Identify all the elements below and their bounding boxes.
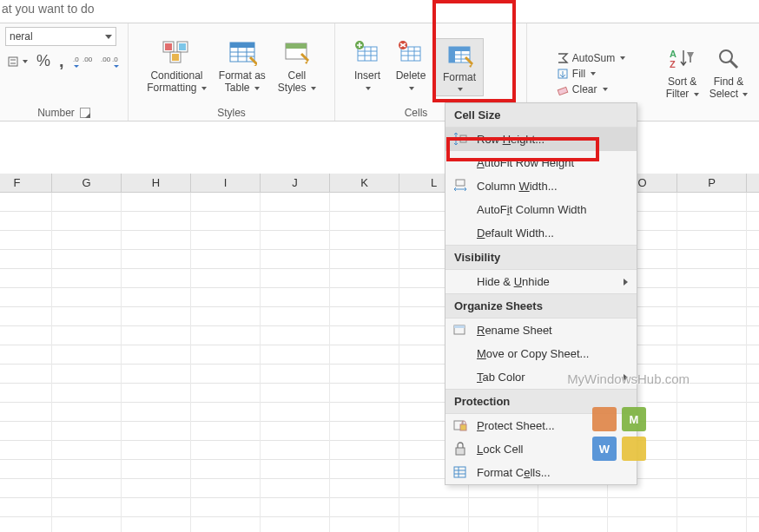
editing-stack: AutoSum Fill Clear [557, 50, 625, 95]
format-as-table-button[interactable]: Format asTable [215, 38, 269, 95]
format-as-table-label: Format asTable [219, 69, 266, 94]
grid-row[interactable] [0, 231, 759, 250]
menu-format-cells[interactable]: Format Cells... [446, 461, 637, 484]
menu-label: Rename Sheet [477, 324, 552, 337]
grid-row[interactable] [0, 460, 759, 479]
chevron-down-icon [458, 88, 463, 91]
format-button[interactable]: Format [435, 38, 484, 96]
grid-row[interactable] [0, 517, 759, 532]
percent-button[interactable]: % [36, 52, 50, 70]
menu-label: Lock Cell [477, 443, 523, 456]
format-as-table-icon [227, 40, 258, 66]
rename-icon [452, 322, 468, 338]
grid-row[interactable] [0, 212, 759, 231]
menu-column-width[interactable]: Column Width... [446, 174, 637, 198]
fill-button[interactable]: Fill [557, 68, 625, 80]
menu-row-height[interactable]: Row Height... [446, 128, 637, 151]
clear-button[interactable]: Clear [557, 83, 625, 95]
format-label: Format [443, 71, 476, 83]
group-label-number: Number [37, 107, 75, 119]
increase-decimal-button[interactable]: .0.00 [73, 54, 92, 69]
grid-row[interactable] [0, 250, 759, 269]
conditional-formatting-label: ConditionalFormatting [147, 69, 207, 94]
svg-rect-52 [456, 448, 465, 455]
sort-filter-button[interactable]: AZ Sort &Filter [663, 44, 703, 102]
number-format-combo[interactable]: neral [5, 27, 116, 46]
autosum-button[interactable]: AutoSum [557, 52, 625, 64]
delete-button[interactable]: Delete [392, 38, 430, 95]
chevron-right-icon [624, 279, 628, 286]
col-header[interactable]: K [330, 174, 399, 193]
svg-rect-21 [286, 43, 307, 49]
svg-text:.00: .00 [82, 56, 92, 63]
decrease-decimal-button[interactable]: .00.0 [101, 54, 120, 69]
accounting-format-button[interactable] [7, 56, 28, 68]
comma-style-button[interactable]: , [59, 51, 64, 71]
sort-filter-icon: AZ [667, 46, 698, 72]
delete-icon [395, 40, 426, 66]
svg-text:A: A [670, 49, 676, 59]
grid-row[interactable] [0, 326, 759, 345]
tellme-hint[interactable]: at you want to do [0, 2, 95, 16]
menu-rename-sheet[interactable]: Rename Sheet [446, 319, 637, 342]
conditional-formatting-icon [161, 40, 192, 66]
svg-text:.00: .00 [101, 56, 111, 63]
lock-icon [452, 441, 468, 456]
grid-row[interactable] [0, 479, 759, 498]
decrease-decimal-icon: .00.0 [101, 54, 120, 69]
fill-icon [557, 68, 569, 80]
col-header[interactable]: J [261, 174, 330, 193]
insert-icon [352, 40, 383, 66]
svg-rect-49 [454, 325, 465, 328]
menu-label: Default Width... [477, 227, 554, 240]
cell-styles-icon [281, 40, 313, 66]
insert-label: Insert [354, 69, 380, 82]
grid-row[interactable] [0, 498, 759, 517]
svg-rect-53 [454, 467, 465, 477]
grid-row[interactable] [0, 288, 759, 307]
increase-decimal-icon: .0.00 [73, 54, 92, 69]
group-label-styles: Styles [217, 107, 246, 119]
menu-section-cell-size: Cell Size [446, 103, 637, 128]
col-header[interactable]: G [52, 174, 122, 193]
svg-rect-9 [165, 43, 172, 50]
grid-row[interactable] [0, 384, 759, 403]
chevron-down-icon [620, 56, 625, 60]
col-header[interactable]: I [191, 174, 261, 193]
grid-area[interactable] [0, 193, 759, 532]
menu-default-width[interactable]: Default Width... [446, 221, 637, 245]
menu-label: Protect Sheet... [477, 419, 555, 432]
chevron-down-icon [105, 35, 112, 39]
menu-section-visibility: Visibility [446, 245, 637, 270]
format-cells-icon [452, 464, 468, 480]
chevron-down-icon [366, 87, 371, 90]
find-select-button[interactable]: Find &Select [706, 44, 752, 102]
group-label-cells: Cells [405, 107, 428, 119]
menu-hide-unhide[interactable]: Hide & Unhide [446, 270, 637, 293]
menu-move-copy[interactable]: Move or Copy Sheet... [446, 342, 637, 365]
grid-row[interactable] [0, 269, 759, 288]
menu-autofit-col[interactable]: AutoFit Column Width [446, 198, 637, 221]
menu-label: Tab Color [477, 371, 525, 384]
grid-row[interactable] [0, 193, 759, 212]
row-height-icon [452, 131, 468, 147]
grid-row[interactable] [0, 345, 759, 365]
grid-row[interactable] [0, 307, 759, 326]
conditional-formatting-button[interactable]: ConditionalFormatting [143, 38, 210, 95]
menu-label: AutoFit Row Height [477, 156, 574, 169]
number-format-value: neral [10, 30, 33, 43]
insert-button[interactable]: Insert [348, 38, 386, 95]
accounting-icon [7, 56, 19, 68]
svg-rect-41 [558, 87, 567, 95]
ribbon: neral % , .0.00 .00.0 Number [0, 23, 759, 122]
dialog-launcher-icon[interactable] [80, 108, 90, 118]
menu-autofit-row[interactable]: AutoFit Row Height [446, 151, 637, 174]
col-header[interactable]: P [677, 174, 747, 193]
col-header[interactable]: F [0, 174, 52, 193]
cell-styles-button[interactable]: CellStyles [274, 38, 320, 95]
svg-rect-13 [172, 54, 179, 61]
col-header[interactable]: H [122, 174, 191, 193]
svg-text:.0: .0 [112, 56, 118, 63]
svg-rect-15 [230, 43, 254, 48]
column-headers[interactable]: F G H I J K L M N O P [0, 174, 759, 193]
